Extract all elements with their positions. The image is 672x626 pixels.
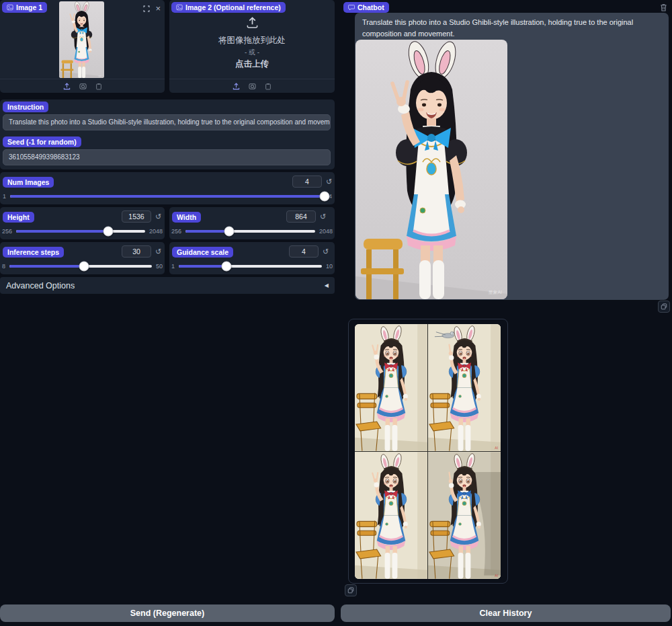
image1-panel: Image 1 × [0, 0, 165, 93]
guidance-label: Guidance scale [177, 249, 228, 256]
instruction-label: Instruction [7, 104, 44, 111]
image-icon [176, 4, 183, 11]
height-value[interactable]: 1536 [122, 210, 151, 223]
reset-icon[interactable]: ↺ [320, 210, 326, 223]
image2-panel[interactable]: Image 2 (Optional reference) 将图像拖放到此处 - … [169, 0, 335, 93]
chatbot-label: Chatbot [358, 4, 384, 11]
upload-icon[interactable] [233, 83, 240, 90]
instruction-label-badge: Instruction [3, 102, 48, 112]
webcam-icon[interactable] [249, 83, 256, 90]
seed-label-badge: Seed (-1 for random) [3, 136, 81, 147]
chatbot-label-badge: Chatbot [343, 2, 389, 13]
prompt-group: Instruction Translate this photo into a … [0, 100, 335, 169]
advanced-options-label: Advanced Options [6, 281, 75, 290]
slider-max-label: 50 [156, 263, 163, 270]
chat-icon [348, 4, 355, 11]
slider-thumb[interactable] [319, 192, 329, 202]
width-group: Width 864 ↺ 256 2048 [169, 207, 335, 239]
slider-min-label: 1 [3, 193, 6, 200]
width-value[interactable]: 864 [286, 210, 316, 223]
user-message-text: Translate this photo into a Studio Ghibl… [362, 17, 662, 40]
height-group: Height 1536 ↺ 256 2048 [0, 207, 165, 239]
guidance-group: Guidance scale 4 ↺ 1 10 [169, 242, 335, 274]
steps-label: Inference steps [7, 249, 59, 256]
clear-history-button[interactable]: Clear History [341, 604, 671, 622]
steps-value[interactable]: 30 [122, 245, 151, 258]
reset-icon[interactable]: ↺ [323, 245, 329, 258]
advanced-options-accordion[interactable]: Advanced Options ◀ [0, 277, 335, 294]
guidance-slider[interactable] [179, 265, 322, 268]
slider-thumb[interactable] [103, 227, 114, 237]
num-images-label: Num Images [7, 179, 49, 186]
upload-arrow-icon [169, 16, 335, 32]
drop-text: 将图像拖放到此处 [169, 35, 335, 46]
image2-label: Image 2 (Optional reference) [185, 4, 281, 11]
guidance-label-badge: Guidance scale [172, 247, 233, 258]
num-images-label-badge: Num Images [3, 177, 54, 188]
height-slider[interactable] [16, 230, 145, 233]
svg-text:AI: AI [495, 574, 498, 578]
fullscreen-icon[interactable] [143, 3, 150, 15]
image1-label: Image 1 [16, 4, 42, 11]
reset-icon[interactable]: ↺ [155, 245, 161, 258]
width-label-badge: Width [172, 212, 201, 223]
click-upload-text[interactable]: 点击上传 [169, 58, 335, 70]
generated-image-quadrant[interactable]: AI [428, 452, 501, 579]
close-icon[interactable]: × [155, 5, 161, 12]
slider-min-label: 8 [2, 263, 5, 270]
width-label: Width [177, 214, 196, 221]
image2-label-badge: Image 2 (Optional reference) [171, 2, 286, 13]
or-text: - 或 - [169, 48, 335, 57]
generated-image-quadrant[interactable]: AI [428, 324, 501, 451]
steps-slider[interactable] [9, 265, 152, 268]
height-label-badge: Height [3, 212, 34, 223]
slider-thumb[interactable] [224, 227, 235, 237]
generated-image-grid[interactable]: AI [355, 324, 501, 579]
slider-max-label: 2048 [149, 228, 163, 235]
steps-label-badge: Inference steps [3, 247, 64, 258]
app: Image 1 × Image 2 (Optional reference) 将… [0, 0, 672, 626]
slider-min-label: 1 [171, 263, 175, 270]
copy-icon[interactable] [658, 301, 670, 313]
generated-image-quadrant[interactable] [355, 452, 427, 579]
chevron-left-icon: ◀ [325, 282, 329, 288]
seed-label: Seed (-1 for random) [7, 139, 77, 146]
user-photo[interactable] [355, 40, 507, 299]
slider-thumb[interactable] [79, 262, 89, 272]
reset-icon[interactable]: ↺ [326, 175, 332, 188]
width-slider[interactable] [185, 230, 315, 233]
image1-label-badge: Image 1 [2, 2, 47, 13]
seed-input[interactable]: 3610558499398683123 [3, 149, 331, 165]
slider-thumb[interactable] [222, 262, 232, 272]
image1-thumbnail[interactable] [59, 1, 104, 78]
image1-toolbar [0, 79, 165, 93]
svg-text:AI: AI [495, 446, 498, 450]
steps-group: Inference steps 30 ↺ 8 50 [0, 242, 165, 274]
height-label: Height [7, 214, 30, 221]
num-images-slider[interactable] [10, 195, 325, 198]
image-icon [7, 4, 13, 11]
generated-image-quadrant[interactable] [355, 324, 427, 451]
webcam-icon[interactable] [79, 83, 87, 90]
slider-min-label: 256 [171, 228, 181, 235]
upload-icon[interactable] [63, 83, 71, 90]
num-images-group: Num Images 4 ↺ 1 4 [0, 172, 335, 204]
slider-max-label: 10 [326, 263, 333, 270]
guidance-value[interactable]: 4 [289, 245, 319, 258]
send-button[interactable]: Send (Regenerate) [0, 604, 335, 622]
image2-toolbar [169, 79, 335, 93]
slider-max-label: 2048 [319, 228, 333, 235]
paste-icon[interactable] [95, 83, 102, 90]
slider-min-label: 256 [2, 228, 12, 235]
instruction-input[interactable]: Translate this photo into a Studio Ghibl… [3, 114, 331, 130]
num-images-value[interactable]: 4 [292, 175, 322, 188]
paste-icon[interactable] [265, 83, 271, 90]
copy-icon[interactable] [345, 584, 357, 596]
reset-icon[interactable]: ↺ [155, 210, 161, 223]
